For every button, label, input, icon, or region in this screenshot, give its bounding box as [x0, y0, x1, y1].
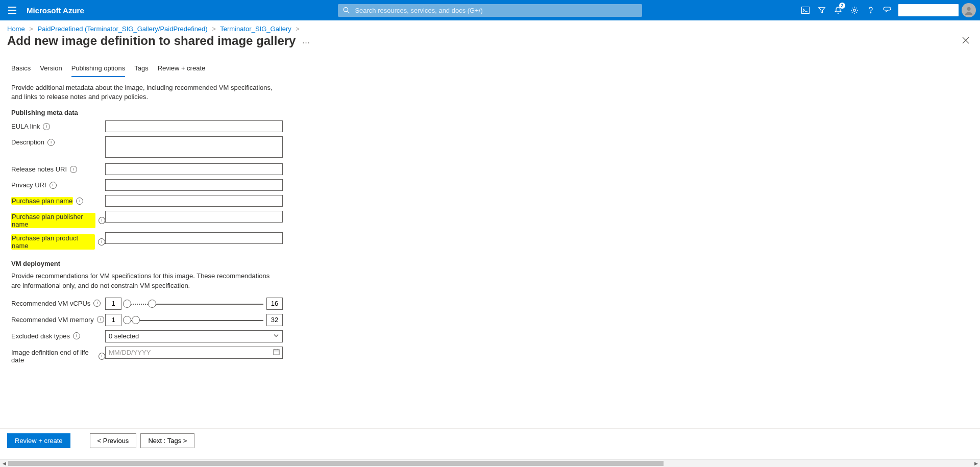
- search-icon: [343, 7, 350, 14]
- help-icon[interactable]: [863, 0, 879, 20]
- label-eula-link: EULA linki: [11, 120, 105, 130]
- memory-slider-thumb-min[interactable]: [123, 316, 131, 324]
- global-header: Microsoft Azure 2: [0, 0, 980, 20]
- info-icon[interactable]: i: [99, 353, 105, 360]
- scroll-right-arrow[interactable]: ▶: [972, 460, 980, 467]
- brand-label: Microsoft Azure: [24, 6, 84, 15]
- info-icon[interactable]: i: [50, 182, 57, 189]
- label-privacy-uri: Privacy URIi: [11, 179, 105, 189]
- publishing-form: EULA linki Descriptioni Release notes UR…: [11, 120, 980, 250]
- svg-point-3: [344, 8, 348, 12]
- user-avatar[interactable]: [962, 3, 976, 17]
- info-icon[interactable]: i: [93, 300, 101, 307]
- release-notes-uri-input[interactable]: [105, 163, 283, 175]
- global-search: [338, 4, 642, 17]
- close-blade-button[interactable]: [962, 36, 973, 46]
- section-heading-vm-deployment: VM deployment: [11, 260, 980, 267]
- tab-version[interactable]: Version: [40, 61, 62, 77]
- purchase-plan-product-input[interactable]: [105, 232, 283, 244]
- directory-filter-icon[interactable]: [814, 0, 830, 20]
- calendar-icon: [273, 349, 280, 357]
- scrollbar-track[interactable]: [8, 460, 972, 467]
- info-icon[interactable]: i: [47, 139, 55, 146]
- search-input[interactable]: [354, 6, 637, 15]
- label-recommended-memory: Recommended VM memoryi: [11, 314, 105, 324]
- info-icon[interactable]: i: [98, 238, 105, 245]
- vcpus-min-input[interactable]: [105, 298, 121, 310]
- excluded-disk-types-select[interactable]: 0 selected: [105, 330, 283, 342]
- form-body: Basics Version Publishing options Tags R…: [0, 52, 980, 364]
- page-header: Add new image definition to shared image…: [0, 34, 980, 52]
- vcpus-max-input[interactable]: [266, 298, 283, 310]
- settings-icon[interactable]: [846, 0, 863, 20]
- svg-point-8: [870, 12, 871, 13]
- breadcrumb-separator: >: [212, 25, 216, 33]
- svg-rect-2: [8, 13, 16, 14]
- svg-point-7: [853, 9, 855, 11]
- scrollbar-handle[interactable]: [8, 461, 664, 466]
- info-icon[interactable]: i: [43, 123, 50, 130]
- memory-slider[interactable]: [125, 315, 263, 325]
- info-icon[interactable]: i: [76, 198, 83, 205]
- info-icon[interactable]: i: [97, 316, 104, 323]
- purchase-plan-name-input[interactable]: [105, 195, 283, 207]
- svg-rect-1: [8, 10, 16, 11]
- page-title: Add new image definition to shared image…: [7, 34, 296, 48]
- svg-rect-0: [8, 7, 16, 8]
- notifications-badge: 2: [839, 3, 845, 9]
- excluded-disk-types-value: 0 selected: [109, 332, 139, 340]
- search-box[interactable]: [338, 4, 642, 17]
- breadcrumb-item-gallery[interactable]: Terminator_SIG_Gallery: [220, 25, 291, 33]
- eol-date-input[interactable]: MM/DD/YYYY: [105, 347, 283, 359]
- tab-basics[interactable]: Basics: [11, 61, 31, 77]
- label-purchase-plan-product: Purchase plan product namei: [11, 232, 105, 250]
- svg-line-4: [348, 11, 350, 13]
- account-search-input[interactable]: [898, 4, 959, 16]
- chevron-down-icon: [273, 332, 279, 340]
- horizontal-scrollbar[interactable]: ◀ ▶: [0, 459, 980, 467]
- next-button[interactable]: Next : Tags >: [140, 433, 194, 448]
- eol-date-placeholder: MM/DD/YYYY: [109, 349, 151, 356]
- breadcrumb-item-paidpredefined[interactable]: PaidPredefined (Terminator_SIG_Gallery/P…: [38, 25, 208, 33]
- notifications-icon[interactable]: 2: [830, 0, 846, 20]
- vcpus-slider[interactable]: [125, 299, 263, 309]
- section-description: Provide additional metadata about the im…: [11, 83, 277, 102]
- breadcrumb-separator: >: [296, 25, 300, 33]
- memory-max-input[interactable]: [266, 314, 283, 326]
- previous-button[interactable]: < Previous: [90, 433, 137, 448]
- vcpus-slider-thumb-max[interactable]: [148, 300, 156, 308]
- label-purchase-plan-publisher: Purchase plan publisher namei: [11, 211, 105, 228]
- more-actions-button[interactable]: …: [302, 36, 310, 45]
- header-actions: 2: [797, 0, 980, 20]
- vm-form: Recommended VM vCPUsi: [11, 298, 980, 364]
- content-area: Home > PaidPredefined (Terminator_SIG_Ga…: [0, 20, 980, 460]
- description-input[interactable]: [105, 136, 283, 158]
- vm-section-description: Provide recommendations for VM specifica…: [11, 272, 277, 290]
- breadcrumb-item-home[interactable]: Home: [7, 25, 25, 33]
- feedback-icon[interactable]: [879, 0, 895, 20]
- tab-publishing-options[interactable]: Publishing options: [71, 61, 126, 77]
- info-icon[interactable]: i: [73, 332, 80, 339]
- scroll-left-arrow[interactable]: ◀: [0, 460, 8, 467]
- memory-slider-thumb-max[interactable]: [132, 316, 140, 324]
- label-recommended-vcpus: Recommended VM vCPUsi: [11, 298, 105, 307]
- label-end-of-life-date: Image definition end of life datei: [11, 347, 105, 364]
- eula-link-input[interactable]: [105, 120, 283, 132]
- label-release-notes-uri: Release notes URIi: [11, 163, 105, 173]
- section-heading-publishing: Publishing meta data: [11, 109, 980, 116]
- menu-toggle-button[interactable]: [0, 0, 24, 20]
- review-create-button[interactable]: Review + create: [7, 433, 70, 448]
- label-excluded-disk-types: Excluded disk typesi: [11, 330, 105, 340]
- info-icon[interactable]: i: [70, 166, 77, 173]
- purchase-plan-publisher-input[interactable]: [105, 211, 283, 223]
- tab-tags[interactable]: Tags: [134, 61, 148, 77]
- svg-point-9: [967, 7, 970, 11]
- memory-min-input[interactable]: [105, 314, 121, 326]
- vcpus-slider-thumb-min[interactable]: [123, 300, 131, 308]
- privacy-uri-input[interactable]: [105, 179, 283, 191]
- tab-review-create[interactable]: Review + create: [158, 61, 206, 77]
- cloud-shell-icon[interactable]: [797, 0, 814, 20]
- label-purchase-plan-name: Purchase plan namei: [11, 195, 105, 205]
- breadcrumb: Home > PaidPredefined (Terminator_SIG_Ga…: [0, 20, 980, 34]
- info-icon[interactable]: i: [99, 217, 105, 224]
